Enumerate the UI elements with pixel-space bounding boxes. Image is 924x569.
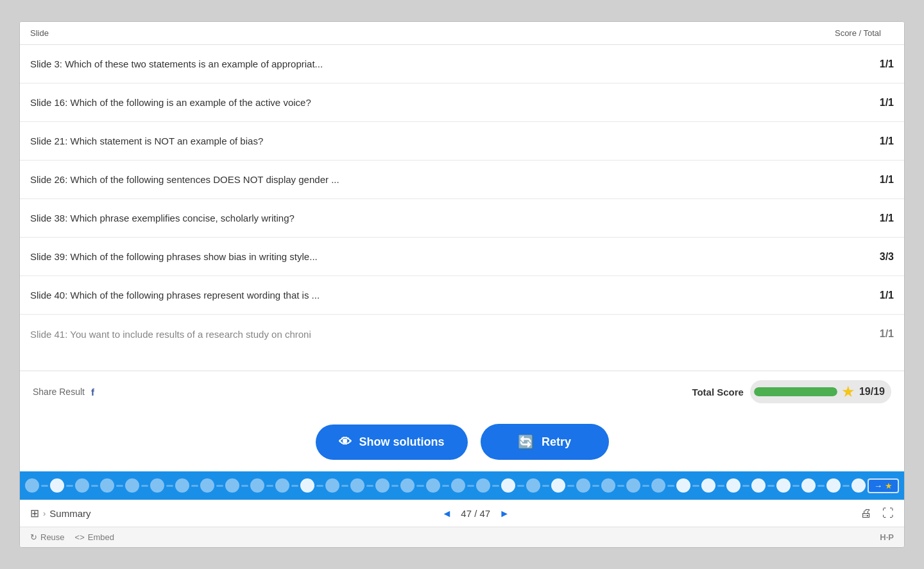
total-score-label: Total Score (692, 387, 744, 398)
table-row: Slide 40: Which of the following phrases… (20, 276, 904, 315)
slide-line (141, 485, 148, 487)
slide-line (416, 485, 424, 487)
table-header: Slide Score / Total (20, 22, 904, 45)
main-container: Slide Score / Total Slide 3: Which of th… (19, 21, 905, 548)
retry-icon: 🔄 (518, 434, 534, 450)
slide-dot[interactable] (451, 478, 465, 493)
slide-line (366, 485, 373, 487)
score-column-header: Score / Total (835, 28, 894, 38)
slide-column-header: Slide (30, 28, 49, 38)
table-row: Slide 26: Which of the following sentenc… (20, 161, 904, 199)
slide-dot[interactable] (826, 478, 841, 493)
slide-dot[interactable] (225, 478, 239, 493)
slide-dot[interactable] (175, 478, 189, 493)
slide-line (617, 485, 624, 487)
slide-line (817, 485, 825, 487)
slide-dot[interactable] (751, 478, 766, 493)
slide-dot[interactable] (576, 478, 590, 493)
row-score: 1/1 (862, 328, 894, 340)
bottom-nav: ◄ 47 / 47 ► (441, 508, 509, 520)
slide-line (166, 485, 173, 487)
slide-dot[interactable] (651, 478, 665, 493)
slide-dot[interactable] (601, 478, 615, 493)
slide-line (442, 485, 449, 487)
page-info: 47 / 47 (461, 508, 490, 519)
breadcrumb-separator: › (43, 509, 46, 518)
table-row: Slide 41: You want to include results of… (20, 315, 904, 353)
next-page-button[interactable]: ► (499, 508, 509, 520)
slide-dot[interactable] (50, 478, 64, 493)
slide-dot[interactable] (75, 478, 89, 493)
prev-page-button[interactable]: ◄ (441, 508, 452, 520)
embed-button[interactable]: <> Embed (75, 532, 114, 542)
print-icon[interactable]: 🖨 (860, 507, 872, 520)
footer-bar: ↻ Reuse <> Embed H·P (20, 527, 904, 547)
slide-line (792, 485, 800, 487)
slide-line (91, 485, 98, 487)
slide-dot[interactable] (851, 478, 866, 493)
brand-logo: H·P (880, 532, 894, 542)
slide-dot[interactable] (426, 478, 440, 493)
slide-line (316, 485, 323, 487)
row-label: Slide 39: Which of the following phrases… (30, 250, 862, 263)
page-separator: / (474, 508, 479, 519)
slide-dot[interactable] (375, 478, 389, 493)
bottom-left: ⊞ › Summary (30, 507, 91, 520)
row-label: Slide 38: Which phrase exemplifies conci… (30, 211, 862, 225)
slide-dot[interactable] (325, 478, 339, 493)
reuse-label: Reuse (40, 532, 65, 542)
summary-page-icon: ⊞ (30, 507, 39, 520)
row-label: Slide 41: You want to include results of… (30, 328, 862, 341)
slide-dot[interactable] (250, 478, 264, 493)
slide-dot[interactable] (726, 478, 740, 493)
slide-dot[interactable] (476, 478, 490, 493)
share-result-area: Share Result f (33, 387, 94, 398)
score-bar-container: ★ 19/19 (750, 380, 891, 403)
slide-dot[interactable] (100, 478, 114, 493)
slide-line (266, 485, 273, 487)
slide-dot[interactable] (150, 478, 164, 493)
slide-dot[interactable] (501, 478, 515, 493)
slide-dot[interactable] (551, 478, 565, 493)
slide-dot[interactable] (125, 478, 139, 493)
slide-dot[interactable] (275, 478, 289, 493)
slide-line (291, 485, 298, 487)
table-row: Slide 16: Which of the following is an e… (20, 83, 904, 122)
slide-line (492, 485, 499, 487)
slide-dot[interactable] (801, 478, 816, 493)
retry-button[interactable]: 🔄 Retry (481, 424, 609, 460)
row-label: Slide 21: Which statement is NOT an exam… (30, 134, 862, 148)
slide-dot[interactable] (626, 478, 640, 493)
row-score: 1/1 (862, 213, 894, 224)
star-icon: ★ (841, 383, 855, 401)
slide-dot[interactable] (200, 478, 214, 493)
row-label: Slide 40: Which of the following phrases… (30, 288, 862, 302)
slide-dot[interactable] (526, 478, 540, 493)
slide-dot[interactable] (300, 478, 314, 493)
footer-left: ↻ Reuse <> Embed (30, 532, 114, 542)
page-current: 47 (461, 508, 472, 519)
row-score: 1/1 (862, 58, 894, 70)
row-score: 1/1 (862, 97, 894, 109)
slide-dot[interactable] (701, 478, 715, 493)
slide-nav-bar: →★ (20, 471, 904, 500)
slide-line (592, 485, 599, 487)
score-fraction: 19/19 (859, 386, 885, 398)
fullscreen-icon[interactable]: ⛶ (882, 507, 894, 520)
table-scroll[interactable]: Slide 3: Which of these two statements i… (20, 45, 904, 353)
slide-line (843, 485, 850, 487)
slide-dot[interactable] (400, 478, 415, 493)
embed-icon: <> (75, 532, 85, 542)
slide-dot[interactable] (676, 478, 690, 493)
show-solutions-button[interactable]: 👁 Show solutions (316, 425, 468, 460)
reuse-button[interactable]: ↻ Reuse (30, 532, 65, 542)
slide-line (41, 485, 48, 487)
embed-label: Embed (88, 532, 114, 542)
slide-dot[interactable] (25, 478, 39, 493)
slide-line (767, 485, 774, 487)
slide-line (742, 485, 749, 487)
slide-line (642, 485, 649, 487)
facebook-share-button[interactable]: f (91, 387, 94, 398)
slide-dot[interactable] (350, 478, 364, 493)
slide-dot[interactable] (776, 478, 791, 493)
